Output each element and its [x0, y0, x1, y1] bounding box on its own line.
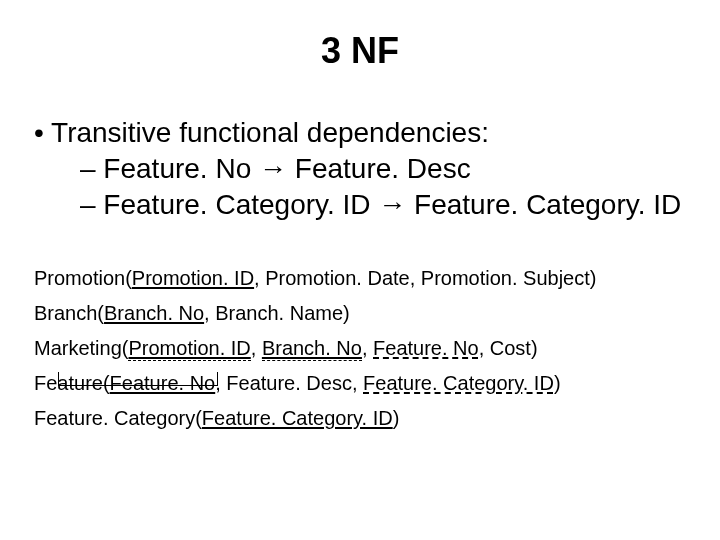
spacer: [30, 225, 690, 265]
relation-promotion: Promotion(Promotion. ID, Promotion. Date…: [34, 265, 690, 292]
slide-title: 3 NF: [30, 30, 690, 72]
dependency-lhs: Feature. Category. ID: [103, 189, 414, 220]
relation-head: Branch(: [34, 302, 104, 324]
bullet-sub-2: Feature. Category. IDFeature. Category. …: [80, 189, 690, 221]
primary-foreign-key: Branch. No: [262, 337, 362, 361]
dependency-lhs: Feature. No: [103, 153, 294, 184]
primary-key: Promotion. ID: [132, 267, 254, 289]
slide: 3 NF Transitive functional dependencies:…: [0, 0, 720, 540]
relation-tail: ): [393, 407, 400, 429]
relation-head: Promotion(: [34, 267, 132, 289]
relation-branch: Branch(Branch. No, Branch. Name): [34, 300, 690, 327]
relation-rest: , Cost): [479, 337, 538, 359]
sep: ,: [362, 337, 373, 359]
primary-foreign-key: Promotion. ID: [128, 337, 250, 361]
relation-mid: , Feature. Desc,: [215, 372, 363, 394]
dependency-rhs: Feature. Category. ID: [414, 189, 681, 220]
foreign-key: Feature. No: [373, 337, 479, 359]
relation-head: Feature. Category(: [34, 407, 202, 429]
bullet-main: Transitive functional dependencies:: [34, 117, 690, 149]
bullet-sub-1: Feature. NoFeature. Desc: [80, 153, 690, 185]
relation-rest: , Branch. Name): [204, 302, 350, 324]
relation-feature-category: Feature. Category(Feature. Category. ID): [34, 405, 690, 432]
dependency-rhs: Feature. Desc: [295, 153, 471, 184]
sep: ,: [251, 337, 262, 359]
relation-tail: ): [554, 372, 561, 394]
primary-key: Branch. No: [104, 302, 204, 324]
relation-head: Marketing(: [34, 337, 128, 359]
primary-key: Feature. Category. ID: [202, 407, 393, 429]
relation-rest: , Promotion. Date, Promotion. Subject): [254, 267, 596, 289]
relation-marketing: Marketing(Promotion. ID, Branch. No, Fea…: [34, 335, 690, 362]
connector-bracket: [58, 372, 218, 386]
foreign-key: Feature. Category. ID: [363, 372, 554, 394]
